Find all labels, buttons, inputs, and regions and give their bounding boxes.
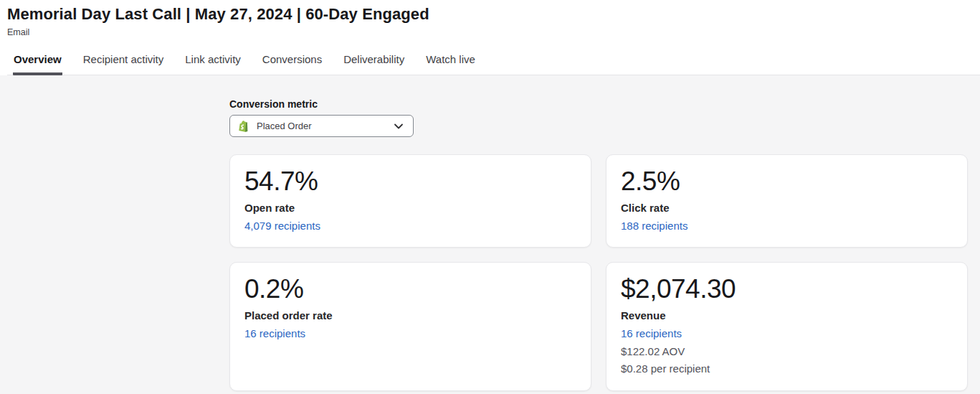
campaign-header: Memorial Day Last Call | May 27, 2024 | … bbox=[0, 0, 980, 75]
page-title: Memorial Day Last Call | May 27, 2024 | … bbox=[7, 4, 980, 24]
conversion-metric-dropdown[interactable]: Placed Order bbox=[229, 115, 414, 137]
revenue-label: Revenue bbox=[621, 309, 953, 323]
tab-recipient-activity[interactable]: Recipient activity bbox=[82, 50, 165, 75]
open-rate-value: 54.7% bbox=[244, 165, 576, 198]
tab-bar: Overview Recipient activity Link activit… bbox=[7, 50, 980, 75]
chevron-down-icon bbox=[393, 121, 404, 132]
page-subtitle: Email bbox=[7, 26, 980, 39]
per-recipient-text: $0.28 per recipient bbox=[621, 362, 953, 375]
tab-deliverability[interactable]: Deliverability bbox=[343, 50, 405, 75]
revenue-recipients-link[interactable]: 16 recipients bbox=[621, 327, 682, 341]
revenue-value: $2,074.30 bbox=[621, 273, 953, 306]
click-rate-recipients-link[interactable]: 188 recipients bbox=[621, 219, 688, 233]
metric-cards-grid: 54.7% Open rate 4,079 recipients 2.5% Cl… bbox=[229, 154, 980, 391]
shopify-icon bbox=[237, 120, 250, 133]
conversion-metric-label: Conversion metric bbox=[229, 98, 980, 110]
open-rate-recipients-link[interactable]: 4,079 recipients bbox=[244, 219, 320, 233]
tab-conversions[interactable]: Conversions bbox=[262, 50, 323, 75]
metric-card-revenue: $2,074.30 Revenue 16 recipients $122.02 … bbox=[606, 262, 968, 391]
tab-overview[interactable]: Overview bbox=[13, 50, 62, 75]
tab-link-activity[interactable]: Link activity bbox=[184, 50, 242, 75]
metric-card-placed-order-rate: 0.2% Placed order rate 16 recipients bbox=[229, 262, 591, 391]
placed-order-rate-label: Placed order rate bbox=[244, 309, 576, 323]
conversion-metric-value: Placed Order bbox=[257, 121, 393, 131]
metric-card-open-rate: 54.7% Open rate 4,079 recipients bbox=[229, 154, 591, 248]
placed-order-rate-value: 0.2% bbox=[244, 273, 576, 306]
placed-order-recipients-link[interactable]: 16 recipients bbox=[244, 327, 305, 341]
aov-text: $122.02 AOV bbox=[621, 344, 953, 358]
overview-panel: Conversion metric Placed Order 54.7% Ope… bbox=[0, 75, 980, 394]
click-rate-label: Click rate bbox=[621, 201, 953, 215]
click-rate-value: 2.5% bbox=[621, 165, 953, 198]
metric-card-click-rate: 2.5% Click rate 188 recipients bbox=[606, 154, 968, 248]
open-rate-label: Open rate bbox=[244, 201, 576, 215]
tab-watch-live[interactable]: Watch live bbox=[425, 50, 476, 75]
